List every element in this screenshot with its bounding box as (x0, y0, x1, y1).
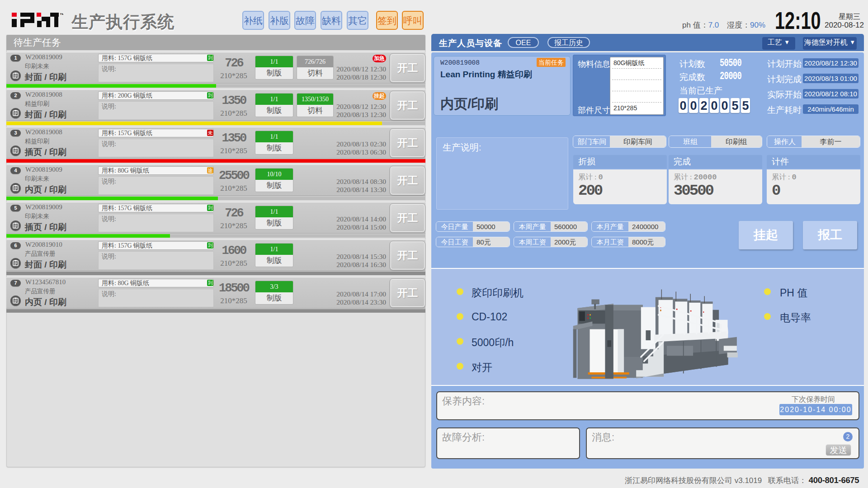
svg-text:™: ™ (60, 13, 63, 18)
